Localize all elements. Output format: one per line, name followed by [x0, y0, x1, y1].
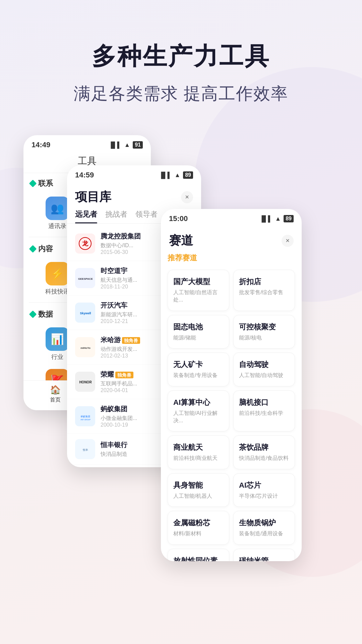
track-card-title: 茶饮品牌 — [239, 442, 289, 452]
hero-subtitle: 满足各类需求 提高工作效率 — [0, 83, 362, 105]
independent-badge: 独角兽 — [122, 337, 140, 344]
signal-icon: ▐▌▌ — [109, 142, 121, 149]
track-card-title: 具身智能 — [173, 480, 224, 490]
track-card-title: 自动驾驶 — [239, 360, 289, 370]
company-logo-geespace: GEESPACE — [75, 268, 95, 288]
track-card-title: 可控核聚变 — [239, 322, 289, 332]
svg-text:Skywell: Skywell — [80, 312, 91, 315]
company-logo-honor: HONOR — [75, 372, 95, 392]
track-card-sub: 人工智能/机器人 — [173, 492, 224, 500]
hero-section: 多种生产力工具 满足各类需求 提高工作效率 — [0, 0, 362, 125]
track-card[interactable]: 固态电池 能源/储能 — [168, 315, 229, 348]
track-card[interactable]: 碳纳米管 材料/新材料 — [233, 549, 295, 561]
track-card[interactable]: 金属磁粉芯 材料/新材料 — [168, 511, 229, 544]
phone-track: 15:00 ▐▌▌ ▲ 89 赛道 × 推荐赛道 国产大模型 人工智能/自然语言… — [161, 209, 302, 561]
track-card[interactable]: 国产大模型 人工智能/自然语言处... — [168, 270, 229, 311]
company-date: 2015-06-30 — [101, 249, 161, 255]
track-card[interactable]: 自动驾驶 人工智能/自动驾驶 — [233, 353, 295, 386]
track-card[interactable]: 生物质锅炉 装备制造/通用设备 — [233, 511, 295, 544]
signal-icon-mid: ▐▌▌ — [159, 172, 172, 179]
company-desc: 数据中心/ID... — [101, 242, 161, 249]
company-name: 恒丰银行 — [101, 440, 161, 449]
track-card-sub: 能源/核电 — [239, 334, 289, 341]
company-desc: 快消品制造 — [101, 451, 161, 458]
track-card-title: 放射性同位素 — [173, 556, 224, 561]
battery-mid: 89 — [183, 171, 193, 179]
company-name: 腾龙控股集团 — [101, 232, 161, 241]
company-desc: 小微金融集团... — [101, 415, 166, 422]
track-card-sub: 能源/储能 — [173, 334, 224, 341]
track-card[interactable]: 商业航天 前沿科技/商业航天 — [168, 435, 229, 469]
status-bar-front: 15:00 ▐▌▌ ▲ 89 — [161, 209, 302, 226]
industry-label: 行业 — [51, 353, 63, 361]
recommended-track-label: 推荐赛道 — [161, 253, 302, 266]
svg-text:恒丰: 恒丰 — [82, 448, 88, 451]
track-card[interactable]: 脑机接口 前沿科技/生命科学 — [233, 390, 295, 432]
company-info-skywell: 开沃汽车 新能源汽车研... 2010-12-21 — [101, 301, 166, 324]
tab-visionary[interactable]: 远见者 — [75, 209, 97, 223]
company-desc: 新能源汽车研... — [101, 311, 166, 318]
time-tools: 14:49 — [32, 141, 50, 149]
tech-news-icon: ⚡ — [46, 262, 69, 285]
signal-icon-front: ▐▌▌ — [259, 215, 272, 222]
tab-challenger[interactable]: 挑战者 — [105, 209, 127, 223]
company-name: 蚂蚁集团 — [101, 405, 166, 414]
track-card-sub: 前沿科技/商业航天 — [173, 454, 224, 462]
contacts-label: 通讯录 — [48, 222, 66, 230]
company-desc: 互联网手机品... — [101, 380, 168, 387]
track-card-sub: 装备制造/通用设备 — [239, 530, 289, 537]
industry-icon: 📊 — [46, 327, 69, 351]
track-card-sub: 批发零售/综合零售 — [239, 289, 289, 296]
wifi-icon-front: ▲ — [275, 215, 281, 222]
svg-text:HONOR: HONOR — [79, 380, 92, 384]
track-card[interactable]: 无人矿卡 装备制造/专用设备 — [168, 353, 229, 386]
track-close-btn[interactable]: × — [282, 235, 294, 247]
track-grid: 国产大模型 人工智能/自然语言处... 折扣店 批发零售/综合零售 固态电池 能… — [161, 266, 302, 561]
company-logo-mihoyo: miHoYo — [75, 337, 95, 357]
status-bar-tools: 14:49 ▐▌▌ ▲ 91 — [23, 135, 151, 152]
track-card-sub: 人工智能/自动驾驶 — [239, 372, 289, 379]
company-logo-skywell: Skywell — [75, 303, 95, 323]
track-card[interactable]: 茶饮品牌 快消品制造/食品饮料 — [233, 435, 295, 469]
track-panel-title: 赛道 — [169, 232, 193, 249]
company-date: 2010-12-21 — [101, 318, 166, 324]
track-card-title: 金属磁粉芯 — [173, 518, 224, 528]
svg-text:蚂蚁集团: 蚂蚁集团 — [81, 415, 90, 418]
status-bar-mid: 14:59 ▐▌▌ ▲ 89 — [67, 165, 201, 182]
company-info-ant: 蚂蚁集团 小微金融集团... 2000-10-19 — [101, 405, 166, 428]
track-card-title: 脑机接口 — [239, 397, 289, 408]
track-card-title: 无人矿卡 — [173, 360, 224, 370]
tab-leader[interactable]: 领导者 — [135, 209, 158, 223]
home-label: 首页 — [50, 396, 61, 404]
svg-text:miHoYo: miHoYo — [80, 346, 90, 350]
project-library-close[interactable]: × — [181, 191, 193, 203]
wifi-icon-mid: ▲ — [174, 172, 180, 179]
company-name: 米哈游独角兽 — [101, 335, 166, 344]
contacts-icon: 👥 — [46, 197, 69, 220]
svg-text:ANT GROUP: ANT GROUP — [80, 419, 90, 421]
company-name: 时空道宇 — [101, 266, 168, 275]
track-card[interactable]: 折扣店 批发零售/综合零售 — [233, 270, 295, 311]
track-card[interactable]: 具身智能 人工智能/机器人 — [168, 473, 229, 507]
company-logo-hengfeng: 恒丰 — [75, 439, 95, 459]
home-icon: 🏠 — [50, 385, 61, 395]
hero-title: 多种生产力工具 — [0, 40, 362, 72]
track-card[interactable]: AI芯片 半导体/芯片设计 — [233, 473, 295, 507]
track-card[interactable]: 可控核聚变 能源/核电 — [233, 315, 295, 348]
track-card[interactable]: AI算算中心 人工智能/AI行业解决... — [168, 390, 229, 432]
track-card-title: 固态电池 — [173, 322, 224, 332]
company-desc: 航天信息与通... — [101, 277, 168, 284]
track-card-sub: 半导体/芯片设计 — [239, 492, 289, 500]
company-info-mihoyo: 米哈游独角兽 动作游戏开发... 2012-02-13 — [101, 335, 166, 359]
track-card[interactable]: 放射性同位素 前沿科技/生命科学 — [168, 549, 229, 561]
company-info-tenglong: 腾龙控股集团 数据中心/ID... 2015-06-30 — [101, 232, 161, 255]
track-card-title: 碳纳米管 — [239, 556, 289, 561]
track-card-sub: 装备制造/专用设备 — [173, 372, 224, 379]
svg-text:GEESPACE: GEESPACE — [78, 277, 93, 280]
track-card-title: AI芯片 — [239, 480, 289, 490]
battery-tools: 91 — [133, 141, 143, 149]
track-card-title: 折扣店 — [239, 277, 289, 287]
diamond-icon-content — [29, 245, 37, 253]
company-name: 开沃汽车 — [101, 301, 166, 310]
time-front: 15:00 — [169, 214, 188, 223]
